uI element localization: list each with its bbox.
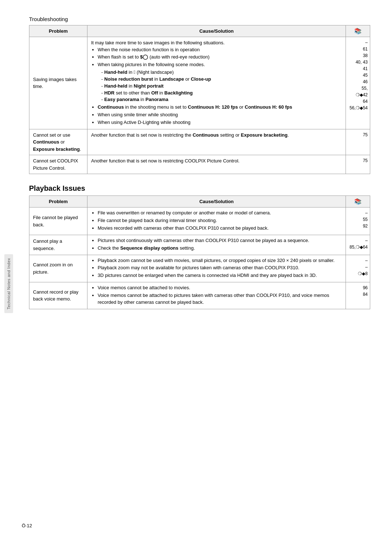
cause-cell: Pictures shot continuously with cameras … (87, 235, 346, 255)
table-row: Cannot record or play back voice memo. V… (29, 282, 370, 309)
table-row: Cannot set COOLPIX Picture Control. Anot… (29, 155, 370, 174)
col-header-cause: Cause/Solution (87, 25, 346, 37)
book-icon: 📚 (354, 28, 362, 34)
cause-cell: Playback zoom cannot be used with movies… (87, 255, 346, 282)
sidebar-label: Technical Notes and Index (4, 254, 13, 313)
problem-cell: Cannot zoom in on picture. (29, 255, 87, 282)
problem-cell: Cannot record or play back voice memo. (29, 282, 87, 309)
playback-section-title: Playback Issues (29, 184, 370, 193)
ref-cell: –5592 (346, 207, 370, 235)
playback-table: Problem Cause/Solution 📚 File cannot be … (29, 196, 370, 309)
ref-cell: 75 (346, 155, 370, 174)
cause-cell: Another function that is set now is rest… (87, 129, 346, 155)
ref-cell: ––❍◆8 (346, 255, 370, 282)
cause-cell: It may take more time to save images in … (87, 37, 346, 129)
problem-cell: Cannot set COOLPIX Picture Control. (29, 155, 87, 174)
cause-cell: Another function that is set now is rest… (87, 155, 346, 174)
col-header-cause2: Cause/Solution (87, 196, 346, 207)
ref-cell: 9684 (346, 282, 370, 309)
problem-cell: Cannot set or use Continuous or Exposure… (29, 129, 87, 155)
ref-cell: –613840, 4341454655,❍◆426456,❍◆54 (346, 37, 370, 129)
problem-cell: Saving images takes time. (29, 37, 87, 129)
col-header-problem: Problem (29, 25, 87, 37)
table-row: Cannot set or use Continuous or Exposure… (29, 129, 370, 155)
table-row: Cannot play a sequence. Pictures shot co… (29, 235, 370, 255)
cause-cell: File was overwritten or renamed by compu… (87, 207, 346, 235)
table-row: File cannot be played back. File was ove… (29, 207, 370, 235)
ref-cell: –85,❍◆64 (346, 235, 370, 255)
col-header-icon2: 📚 (346, 196, 370, 207)
ref-cell: 75 (346, 129, 370, 155)
problem-cell: File cannot be played back. (29, 207, 87, 235)
troubleshooting-table: Problem Cause/Solution 📚 Saving images t… (29, 25, 370, 174)
col-header-icon: 📚 (346, 25, 370, 37)
table-row: Saving images takes time. It may take mo… (29, 37, 370, 129)
cause-cell: Voice memos cannot be attached to movies… (87, 282, 346, 309)
table-row: Cannot zoom in on picture. Playback zoom… (29, 255, 370, 282)
problem-cell: Cannot play a sequence. (29, 235, 87, 255)
col-header-problem2: Problem (29, 196, 87, 207)
book-icon-2: 📚 (354, 198, 362, 205)
section-title: Troubleshooting (29, 16, 370, 22)
page-footer: Ö·12 (22, 523, 32, 528)
